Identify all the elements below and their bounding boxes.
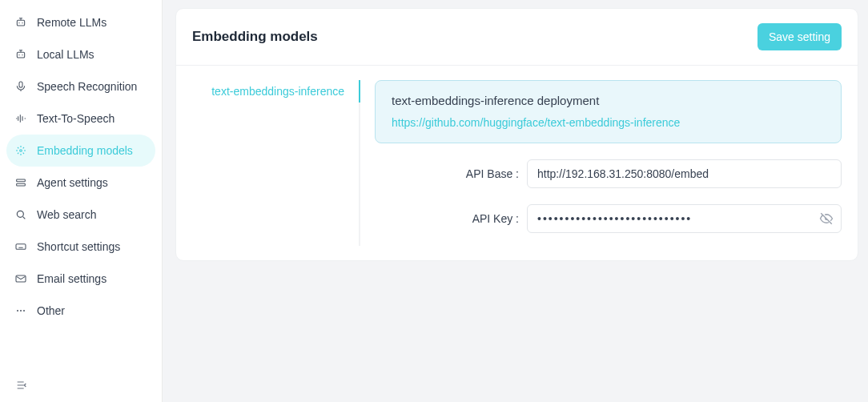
sidebar-item-speech-recognition[interactable]: Speech Recognition (6, 70, 155, 103)
sidebar-item-label: Remote LLMs (37, 16, 106, 29)
robot-icon (14, 48, 27, 61)
info-link[interactable]: https://github.com/huggingface/text-embe… (392, 116, 680, 129)
sidebar-item-web-search[interactable]: Web search (6, 199, 155, 231)
sidebar-item-remote-llms[interactable]: Remote LLMs (6, 6, 155, 38)
tab-list: text-embeddings-inference (192, 80, 360, 246)
layers-icon (14, 176, 27, 189)
sidebar-item-label: Web search (37, 208, 96, 221)
svg-point-13 (17, 310, 18, 312)
sidebar-item-label: Text-To-Speech (37, 112, 115, 125)
sidebar-item-label: Embedding models (37, 144, 133, 157)
sparkle-icon (14, 144, 27, 157)
mail-icon (14, 272, 27, 285)
deployment-info-box: text-embeddings-inference deployment htt… (375, 80, 842, 143)
sidebar-item-agent-settings[interactable]: Agent settings (6, 167, 155, 199)
svg-rect-9 (17, 183, 26, 186)
svg-point-1 (18, 22, 19, 23)
page-title: Embedding models (192, 29, 318, 45)
sidebar-item-embedding-models[interactable]: Embedding models (6, 135, 155, 167)
eye-off-icon[interactable] (819, 211, 834, 226)
api-base-input[interactable] (527, 159, 842, 188)
panel-body: text-embeddings-inference text-embedding… (176, 66, 858, 260)
mic-icon (14, 80, 27, 93)
svg-rect-6 (19, 82, 22, 87)
robot-icon (14, 16, 27, 29)
settings-panel: Embedding models Save setting text-embed… (175, 8, 858, 261)
collapse-sidebar-button[interactable] (14, 378, 29, 392)
save-button[interactable]: Save setting (757, 23, 842, 50)
sidebar-item-label: Other (37, 304, 65, 317)
svg-point-10 (17, 211, 23, 217)
sidebar-item-email-settings[interactable]: Email settings (6, 263, 155, 295)
field-row-api-key: API Key : (375, 204, 842, 233)
svg-rect-12 (16, 275, 26, 282)
sidebar-item-local-llms[interactable]: Local LLMs (6, 38, 155, 70)
svg-rect-3 (17, 52, 24, 58)
keyboard-icon (14, 240, 27, 253)
sidebar-item-text-to-speech[interactable]: Text-To-Speech (6, 103, 155, 135)
svg-rect-0 (17, 20, 24, 26)
sidebar: Remote LLMs Local LLMs Speech Recognitio… (0, 0, 163, 402)
svg-rect-8 (17, 179, 26, 182)
sidebar-item-label: Shortcut settings (37, 240, 120, 253)
wave-icon (14, 112, 27, 125)
svg-point-2 (22, 22, 22, 23)
svg-rect-11 (16, 244, 26, 250)
field-row-api-base: API Base : (375, 159, 842, 188)
info-title: text-embeddings-inference deployment (392, 94, 825, 107)
svg-point-5 (22, 54, 22, 55)
panel-header: Embedding models Save setting (176, 9, 858, 66)
sidebar-item-label: Agent settings (37, 176, 108, 189)
sidebar-item-other[interactable]: Other (6, 295, 155, 327)
sidebar-item-shortcut-settings[interactable]: Shortcut settings (6, 231, 155, 263)
api-base-label: API Base : (375, 167, 519, 180)
dots-icon (14, 304, 27, 317)
svg-point-14 (20, 310, 22, 312)
svg-point-4 (18, 54, 19, 55)
sidebar-item-label: Local LLMs (37, 48, 94, 61)
search-icon (14, 208, 27, 221)
api-key-label: API Key : (375, 212, 519, 225)
sidebar-item-label: Speech Recognition (37, 80, 137, 93)
tab-text-embeddings-inference[interactable]: text-embeddings-inference (192, 80, 359, 103)
sidebar-item-label: Email settings (37, 272, 106, 285)
svg-point-7 (20, 150, 22, 152)
svg-point-15 (23, 310, 25, 312)
api-key-input[interactable] (527, 204, 842, 233)
tab-content: text-embeddings-inference deployment htt… (375, 80, 842, 246)
main-content: Embedding models Save setting text-embed… (163, 0, 868, 402)
